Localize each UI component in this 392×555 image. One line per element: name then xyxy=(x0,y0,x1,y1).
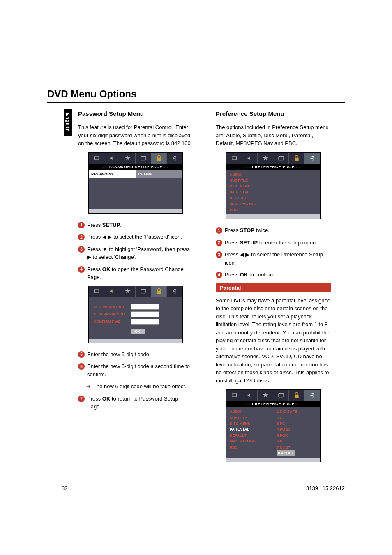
preference-header: - - PREFERENCE PAGE - - xyxy=(226,164,320,170)
step-text: Enter the new 6-digit code a second time… xyxy=(87,362,193,378)
lock-icon xyxy=(289,153,304,164)
step-number-icon: 2 xyxy=(78,234,85,240)
speaker-icon xyxy=(104,286,120,297)
svg-rect-6 xyxy=(232,394,236,397)
exit-icon xyxy=(167,153,182,164)
svg-rect-5 xyxy=(279,156,284,160)
confirm-password-label: CONFIRM PWD xyxy=(94,320,131,324)
rating-item: 3 PG xyxy=(277,421,317,426)
password-steps-1: 1Press SETUP.2Press ◀ ▶ to select the 'P… xyxy=(78,221,193,281)
svg-rect-3 xyxy=(141,289,146,293)
video-icon xyxy=(273,390,289,401)
dolby-icon xyxy=(258,153,273,164)
step-text: Press OK to open the Password Change Pag… xyxy=(87,265,193,281)
dolby-icon xyxy=(258,390,273,401)
step-number-icon: 4 xyxy=(216,272,222,278)
general-icon xyxy=(226,390,242,401)
menu-item: PBC xyxy=(230,207,317,213)
step-number-icon: 1 xyxy=(216,227,222,234)
exit-icon xyxy=(304,153,320,164)
rating-item: 8 ADULT xyxy=(277,450,317,456)
parental-subheading: Parental xyxy=(216,283,331,292)
general-icon xyxy=(89,153,104,164)
step: 1Press SETUP. xyxy=(78,221,193,229)
menu-icon-bar xyxy=(226,390,320,401)
rating-item: 2 G xyxy=(277,415,317,421)
menu-item: PBC xyxy=(230,444,275,450)
lock-icon xyxy=(151,153,167,164)
preference-list: AUDIOSUBTITLEDISC MENUPARENTALDEFAULTMP3… xyxy=(226,170,320,215)
menu-icon-bar xyxy=(89,286,182,297)
parental-right-list: 1 KID SAFE2 G3 PG4 PG 135 PGR6 R7 NC 178… xyxy=(275,407,320,458)
menu-item: DISC MENU xyxy=(230,421,275,426)
step-number-icon: 2 xyxy=(216,240,222,246)
video-icon xyxy=(273,153,289,164)
preference-steps: 1Press STOP twice.2Press SETUP to enter … xyxy=(216,226,331,279)
menu-item: DEFAULT xyxy=(230,195,317,201)
document-id: 3139 115 22612 xyxy=(306,485,345,491)
preference-intro: The options included in Preference Setup… xyxy=(216,123,331,147)
step: 5Enter the new 6-digit code. xyxy=(78,350,193,359)
menu-item: MP3/JPEG NAV xyxy=(230,201,317,207)
menu-item: DISC MENU xyxy=(230,183,317,189)
password-steps-3: 7Press OK to return to Password Setup Pa… xyxy=(78,395,193,411)
general-icon xyxy=(226,153,242,164)
result-text: The new 6 digit code will be take effect… xyxy=(86,382,193,391)
step: 2Press ◀ ▶ to select the 'Password' icon… xyxy=(78,233,193,241)
menu-item: MP3/JPEG NAV xyxy=(230,438,275,444)
video-icon xyxy=(136,153,151,164)
step-text: Press SETUP to enter the setup menu. xyxy=(225,239,331,247)
rating-item: 1 KID SAFE xyxy=(277,409,317,415)
change-label: CHANGE xyxy=(136,170,182,178)
dolby-icon xyxy=(120,153,136,164)
rating-item: 4 PG 13 xyxy=(277,426,317,432)
step: 3Press ▼ to highlight 'Password', then p… xyxy=(78,245,193,261)
menu-icon-bar xyxy=(89,153,182,164)
password-intro: This feature is used for Parental Contro… xyxy=(78,123,193,147)
step: 7Press OK to return to Password Setup Pa… xyxy=(78,395,193,411)
svg-rect-4 xyxy=(232,157,236,160)
password-setup-title: Password Setup Menu xyxy=(78,110,193,119)
ok-button: OK xyxy=(131,329,145,334)
page-number: 32 xyxy=(62,485,67,491)
right-column: Preference Setup Menu The options includ… xyxy=(216,110,331,470)
new-password-label: NEW PASSWORD xyxy=(94,312,131,316)
menu-item: AUDIO xyxy=(230,409,275,415)
password-change-screenshot: OLD PASSWORD NEW PASSWORD CONFIRM PWD OK xyxy=(88,286,183,343)
step-text: Press ◀ ▶ to select the Preference Setup… xyxy=(225,251,331,267)
step-text: Press ◀ ▶ to select the 'Password' icon. xyxy=(87,233,193,241)
menu-item: PARENTAL xyxy=(230,426,275,432)
password-label: PASSWORD xyxy=(89,170,136,178)
step-number-icon: 4 xyxy=(78,266,85,273)
video-icon xyxy=(136,286,151,297)
dolby-icon xyxy=(120,286,136,297)
step: 6Enter the new 6-digit code a second tim… xyxy=(78,362,193,378)
step-number-icon: 5 xyxy=(78,351,85,358)
rating-item: 5 PGR xyxy=(277,433,317,438)
step-text: Press OK to return to Password Setup Pag… xyxy=(87,395,193,411)
page-title: DVD Menu Options xyxy=(47,88,345,103)
parental-text: Some DVDs may have a parental level assi… xyxy=(216,297,331,385)
menu-item: AUDIO xyxy=(230,172,317,177)
step-text: Press SETUP. xyxy=(87,221,193,229)
step: 2Press SETUP to enter the setup menu. xyxy=(216,239,331,247)
password-setup-screenshot: - - PASSWORD SETUP PAGE - - PASSWORD CHA… xyxy=(88,152,183,214)
menu-header-text: - - PASSWORD SETUP PAGE - - xyxy=(89,164,182,170)
parental-page-screenshot: - - PREFERENCE PAGE - - AUDIOSUBTITLEDIS… xyxy=(226,389,321,462)
step-text: Press ▼ to highlight 'Password', then pr… xyxy=(87,245,193,261)
step-text: Press OK to confirm. xyxy=(225,271,331,279)
menu-item: SUBTITLE xyxy=(230,415,275,421)
step-number-icon: 1 xyxy=(78,222,85,228)
rating-item: 6 R xyxy=(277,438,317,444)
speaker-icon xyxy=(104,153,120,164)
step-number-icon: 3 xyxy=(216,251,222,258)
general-icon xyxy=(89,286,104,297)
left-column: Password Setup Menu This feature is used… xyxy=(78,110,193,470)
svg-rect-0 xyxy=(94,157,99,160)
lock-icon xyxy=(289,390,304,401)
step: 4Press OK to confirm. xyxy=(216,271,331,279)
svg-rect-7 xyxy=(279,394,284,397)
language-tab: English xyxy=(64,109,72,136)
svg-rect-2 xyxy=(94,290,99,293)
menu-item: PARENTAL xyxy=(230,189,317,195)
